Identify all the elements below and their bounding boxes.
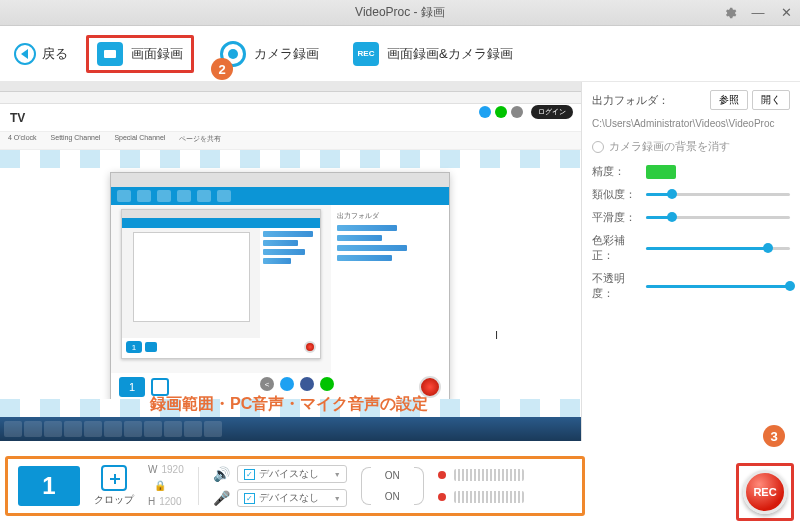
preview-panel: TV ログイン 4 O'clock Setting Channel Specia…	[0, 82, 582, 441]
windows-taskbar	[0, 417, 581, 441]
nested-preview: 1	[121, 209, 321, 359]
slider-label: 精度：	[592, 164, 636, 179]
slider-thumb[interactable]	[667, 189, 677, 199]
settings-sidebar: 出力フォルダ： 参照 開く C:\Users\Administrator\Vid…	[582, 82, 800, 441]
browser-tabs	[0, 82, 581, 92]
twitter-icon	[280, 377, 294, 391]
monitor-icon	[97, 42, 123, 66]
output-path: C:\Users\Administrator\Videos\VideoProc	[592, 118, 790, 129]
mic-level-meter	[454, 491, 524, 503]
slider-label: 平滑度：	[592, 210, 636, 225]
mode-screen-label: 画面録画	[131, 45, 183, 63]
browser-urlbar	[0, 92, 581, 104]
share-icon	[511, 106, 523, 118]
dimensions-display: W1920 🔒 H1200	[148, 462, 184, 510]
text-cursor: I	[495, 329, 498, 341]
site-nav: 4 O'clock Setting Channel Special Channe…	[0, 132, 581, 150]
speaker-icon: 🔊	[213, 466, 231, 482]
record-button[interactable]: REC	[743, 470, 787, 514]
rec-icon	[353, 42, 379, 66]
mic-icon: 🎤	[213, 490, 231, 506]
share-arrow-icon: <	[260, 377, 274, 391]
mode-toolbar: 戻る 画面録画 カメラ録画 画面録画&カメラ録画	[0, 26, 800, 82]
twitter-icon	[479, 106, 491, 118]
crop-icon	[101, 465, 127, 491]
app-title: VideoProc - 録画	[355, 4, 445, 21]
crop-label: クロップ	[94, 493, 134, 507]
line-icon	[320, 377, 334, 391]
slider-track[interactable]	[646, 247, 790, 250]
mode-camera-label: カメラ録画	[254, 45, 319, 63]
mode-screen-camera-record[interactable]: 画面録画&カメラ録画	[345, 38, 521, 70]
main-area: TV ログイン 4 O'clock Setting Channel Specia…	[0, 82, 800, 441]
settings-icon[interactable]	[716, 0, 744, 25]
output-folder-label: 出力フォルダ：	[592, 93, 669, 108]
back-arrow-icon	[14, 43, 36, 65]
speaker-device-select[interactable]: ✓ デバイスなし	[237, 465, 347, 483]
close-button[interactable]: ✕	[772, 0, 800, 25]
back-label: 戻る	[42, 45, 68, 63]
slider-0: 精度：	[592, 164, 790, 179]
open-button[interactable]: 開く	[752, 90, 790, 110]
step-badge-3: 3	[763, 425, 785, 447]
back-button[interactable]: 戻る	[14, 43, 68, 65]
rec-button-highlight: REC	[736, 463, 794, 521]
slider-track[interactable]	[646, 216, 790, 219]
slider-label: 類似度：	[592, 187, 636, 202]
slider-1[interactable]: 類似度：	[592, 187, 790, 202]
checkbox-icon	[592, 141, 604, 153]
nested-number-box: 1	[119, 377, 145, 397]
annotation-text: 録画範囲・PC音声・マイク音声の設定	[150, 394, 428, 415]
mode-screen-record[interactable]: 画面録画	[86, 35, 194, 73]
check-icon: ✓	[244, 493, 255, 504]
slider-2[interactable]: 平滑度：	[592, 210, 790, 225]
slider-label: 不透明度：	[592, 271, 636, 301]
slider-label: 色彩補正：	[592, 233, 636, 263]
minimize-button[interactable]: —	[744, 0, 772, 25]
mic-device-select[interactable]: ✓ デバイスなし	[237, 489, 347, 507]
slider-track[interactable]	[646, 193, 790, 196]
wave-decoration	[0, 150, 581, 168]
speaker-led-icon	[438, 471, 446, 479]
mode-both-label: 画面録画&カメラ録画	[387, 45, 513, 63]
site-header: TV ログイン	[0, 104, 581, 132]
slider-thumb[interactable]	[785, 281, 795, 291]
speaker-level-meter	[454, 469, 524, 481]
slider-thumb[interactable]	[763, 243, 773, 253]
step-badge-2: 2	[211, 58, 233, 80]
check-icon: ✓	[244, 469, 255, 480]
slider-4[interactable]: 不透明度：	[592, 271, 790, 301]
screen-number-box[interactable]: 1	[18, 466, 80, 506]
slider-track[interactable]	[646, 285, 790, 288]
slider-3[interactable]: 色彩補正：	[592, 233, 790, 263]
slider-thumb[interactable]	[667, 212, 677, 222]
record-settings-bar: 1 クロップ W1920 🔒 H1200 🔊 ✓ デバイスなし 🎤 ✓ デバイス…	[5, 456, 585, 516]
facebook-icon	[300, 377, 314, 391]
titlebar: VideoProc - 録画 — ✕	[0, 0, 800, 26]
site-logo: TV	[10, 111, 25, 125]
erase-bg-checkbox[interactable]: カメラ録画の背景を消す	[592, 139, 790, 154]
browse-button[interactable]: 参照	[710, 90, 748, 110]
mic-on-label: ON	[385, 491, 400, 502]
speaker-on-label: ON	[385, 470, 400, 481]
nested-videoproc-window: 1 出力フォルダ	[110, 172, 450, 402]
mic-led-icon	[438, 493, 446, 501]
login-button: ログイン	[531, 105, 573, 119]
precision-badge	[646, 165, 676, 179]
lock-icon[interactable]: 🔒	[154, 478, 166, 494]
audio-device-block: 🔊 ✓ デバイスなし 🎤 ✓ デバイスなし	[213, 465, 347, 507]
crop-button[interactable]: クロップ	[94, 465, 134, 507]
line-icon	[495, 106, 507, 118]
erase-bg-label: カメラ録画の背景を消す	[609, 139, 730, 154]
